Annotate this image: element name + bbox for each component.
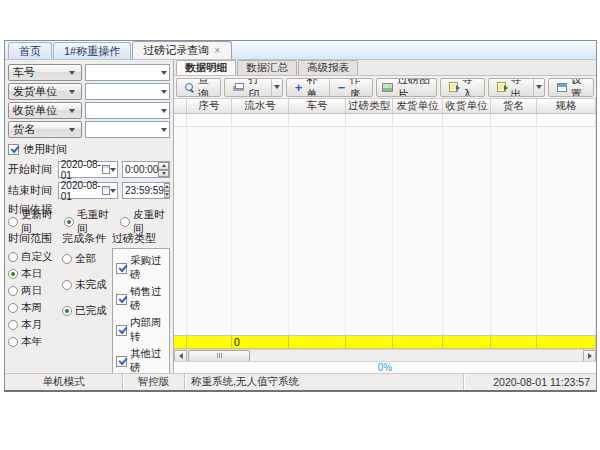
radio-finished[interactable]: 已完成 (62, 304, 112, 318)
col-header-goods[interactable]: 货名 (491, 99, 537, 113)
scroll-left-button[interactable] (174, 350, 187, 362)
close-icon[interactable]: × (213, 46, 221, 56)
use-time-row: 使用时间 (8, 143, 170, 156)
chevron-down-icon[interactable] (158, 65, 169, 80)
void-button[interactable]: − 作废 (329, 79, 372, 96)
radio-custom[interactable]: 自定义 (8, 250, 62, 264)
start-time-spinner[interactable]: 0:00:00 (122, 161, 170, 178)
checkbox-other[interactable]: 其他过磅 (116, 347, 166, 373)
col-header-receiver[interactable]: 收货单位 (443, 99, 491, 113)
goods-field-dropdown[interactable]: 货名 (8, 121, 82, 138)
col-header-serial[interactable]: 流水号 (232, 99, 289, 113)
minus-icon: − (338, 83, 346, 92)
radio-two-days[interactable]: 两日 (8, 284, 62, 298)
radio-icon (8, 252, 18, 262)
tab-record-query-label: 过磅记录查询 (143, 43, 209, 58)
settings-button[interactable]: 设置 (549, 79, 593, 96)
weigh-type-box: 采购过磅 销售过磅 内部周转 其他过磅 (112, 248, 170, 373)
chevron-down-icon[interactable] (110, 168, 117, 172)
tab-record-query[interactable]: 过磅记录查询 × (132, 41, 232, 59)
grid-body[interactable] (174, 127, 596, 335)
receiver-value-combo[interactable] (85, 102, 170, 119)
query-button[interactable]: 查询 (177, 79, 220, 96)
supplement-button[interactable]: + 补单 (287, 79, 329, 96)
grid-header-row: 序号 流水号 车号 过磅类型 发货单位 收货单位 货名 规格 (174, 99, 596, 114)
horizontal-scrollbar[interactable] (174, 349, 596, 361)
status-version: 智控版 (123, 374, 185, 390)
export-button[interactable]: 导出 (489, 79, 533, 96)
radio-icon (8, 320, 18, 330)
tab-home[interactable]: 首页 (8, 42, 52, 59)
print-button[interactable]: 打印 (225, 79, 271, 96)
tab-data-summary[interactable]: 数据汇总 (237, 60, 297, 75)
goods-value-combo[interactable] (85, 121, 170, 138)
vehicle-field-dropdown[interactable]: 车号 (8, 64, 82, 81)
settings-button-group: 设置 (548, 78, 594, 97)
weigh-photos-button[interactable]: 过磅图片 (377, 79, 436, 96)
tab-home-label: 首页 (19, 44, 41, 59)
export-dropdown-arrow[interactable] (533, 79, 544, 96)
shipper-value-combo[interactable] (85, 83, 170, 100)
checkbox-internal[interactable]: 内部周转 (116, 316, 166, 344)
search-icon (185, 83, 194, 92)
vehicle-value-combo[interactable] (85, 64, 170, 81)
filter-groups: 时间范围 自定义 本日 两日 本周 本月 本年 完成条件 全部 未完成 已完成 (8, 231, 170, 373)
radio-all[interactable]: 全部 (62, 252, 112, 266)
radio-this-year[interactable]: 本年 (8, 335, 62, 349)
chevron-down-icon[interactable] (110, 189, 117, 193)
result-tab-bar: 数据明细 数据汇总 高级报表 (174, 60, 596, 76)
end-time-spinner[interactable]: 23:59:59 (122, 182, 170, 199)
radio-this-month[interactable]: 本月 (8, 318, 62, 332)
filter-row-receiver: 收货单位 (8, 102, 170, 119)
chevron-down-icon[interactable] (158, 122, 169, 137)
checkbox-checked-icon (116, 356, 127, 367)
col-header-seq[interactable]: 序号 (187, 99, 232, 113)
import-button-group: 导入 (440, 78, 485, 97)
filter-panel: 车号 发货单位 收货单位 (5, 60, 174, 373)
radio-unfinished[interactable]: 未完成 (62, 278, 112, 292)
print-dropdown-arrow[interactable] (271, 79, 282, 96)
checkbox-purchase[interactable]: 采购过磅 (116, 254, 166, 282)
checkbox-sale[interactable]: 销售过磅 (116, 285, 166, 313)
col-header-spec[interactable]: 规格 (537, 99, 596, 113)
grid-summary-row: 0 (174, 335, 596, 349)
export-icon (497, 82, 506, 92)
tab-weighing-operation[interactable]: 1#称重操作 (53, 42, 131, 59)
radio-icon (8, 217, 18, 227)
shipper-field-dropdown[interactable]: 发货单位 (8, 83, 82, 100)
grid-empty-row (174, 114, 596, 127)
filter-row-goods: 货名 (8, 121, 170, 138)
summary-seq-cell (187, 336, 232, 349)
scroll-right-button[interactable] (583, 350, 596, 362)
query-button-group: 查询 (176, 78, 221, 97)
col-header-weigh-type[interactable]: 过磅类型 (346, 99, 393, 113)
result-panel: 数据明细 数据汇总 高级报表 查询 (174, 60, 596, 373)
radio-this-week[interactable]: 本周 (8, 301, 62, 315)
col-header-vehicle[interactable]: 车号 (289, 99, 346, 113)
checkbox-checked-icon (116, 263, 127, 274)
col-header-shipper[interactable]: 发货单位 (393, 99, 443, 113)
chevron-down-icon[interactable] (158, 103, 169, 118)
checkbox-checked-icon (116, 325, 127, 336)
spinner-arrows-icon[interactable] (158, 162, 169, 177)
filter-row-vehicle: 车号 (8, 64, 170, 81)
tab-data-detail[interactable]: 数据明细 (176, 60, 236, 75)
end-date-picker[interactable]: 2020-08-01 (58, 182, 118, 199)
radio-today[interactable]: 本日 (8, 267, 62, 281)
use-time-checkbox[interactable] (8, 144, 19, 155)
spinner-arrows-icon[interactable] (164, 183, 170, 198)
complete-status-group: 完成条件 全部 未完成 已完成 (62, 231, 112, 373)
summary-selector-cell (174, 336, 187, 349)
image-icon (382, 83, 393, 92)
chevron-down-icon (66, 65, 77, 80)
radio-icon (8, 286, 18, 296)
start-date-picker[interactable]: 2020-08-01 (58, 161, 118, 178)
start-time-label: 开始时间 (8, 162, 55, 177)
import-button[interactable]: 导入 (441, 79, 484, 96)
tab-advanced-report[interactable]: 高级报表 (298, 60, 358, 75)
scrollbar-thumb[interactable] (188, 350, 250, 362)
checkbox-checked-icon (116, 294, 127, 305)
chevron-down-icon[interactable] (158, 84, 169, 99)
receiver-field-dropdown[interactable]: 收货单位 (8, 102, 82, 119)
chevron-down-icon (66, 103, 77, 118)
